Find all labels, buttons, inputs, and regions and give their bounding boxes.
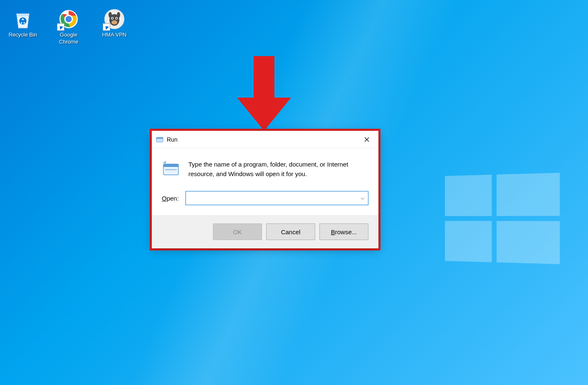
close-icon [364,137,369,142]
run-dialog: Run Type the name of a program, [152,131,378,248]
svg-rect-13 [156,137,163,139]
shortcut-arrow-icon [57,23,64,31]
svg-point-11 [117,12,120,18]
open-input[interactable] [189,195,361,201]
svg-rect-16 [165,169,177,170]
desktop-icon-label: HMA VPN [102,32,127,39]
annotation-arrow-icon [237,56,291,132]
run-dialog-title: Run [167,136,178,143]
desktop-icon-hma-vpn[interactable]: HMA VPN [98,8,131,46]
svg-point-9 [116,18,117,19]
desktop-icon-google-chrome[interactable]: Google Chrome [52,8,85,46]
run-dialog-icon [162,160,180,178]
run-dialog-description: Type the name of a program, folder, docu… [188,160,368,179]
desktop-icon-recycle-bin[interactable]: Recycle Bin [6,8,40,46]
run-dialog-titlebar[interactable]: Run [152,131,378,148]
desktop-icon-label: Recycle Bin [9,32,37,39]
cancel-button[interactable]: Cancel [266,223,315,240]
svg-rect-15 [163,164,178,167]
run-dialog-footer: OK Cancel Browse... [152,215,378,248]
recycle-bin-icon [12,8,34,30]
open-label: Open: [162,195,179,202]
hma-vpn-icon [104,8,125,30]
run-dialog-body: Type the name of a program, folder, docu… [152,148,378,215]
svg-point-10 [109,12,112,18]
open-combobox[interactable] [185,191,368,205]
svg-point-8 [112,18,113,19]
close-button[interactable] [355,131,378,148]
annotation-highlight-border: Run Type the name of a program, [150,129,380,250]
shortcut-arrow-icon [103,23,110,31]
chevron-down-icon[interactable] [361,195,365,201]
windows-logo-wallpaper [445,173,560,264]
svg-point-5 [111,20,117,25]
browse-button[interactable]: Browse... [319,223,368,240]
desktop-icon-label: Google Chrome [52,32,85,46]
desktop-icons-container: Recycle Bin Google Chrome [6,8,131,46]
ok-button: OK [213,223,262,240]
run-dialog-title-icon [156,136,163,143]
chrome-icon [58,8,79,30]
